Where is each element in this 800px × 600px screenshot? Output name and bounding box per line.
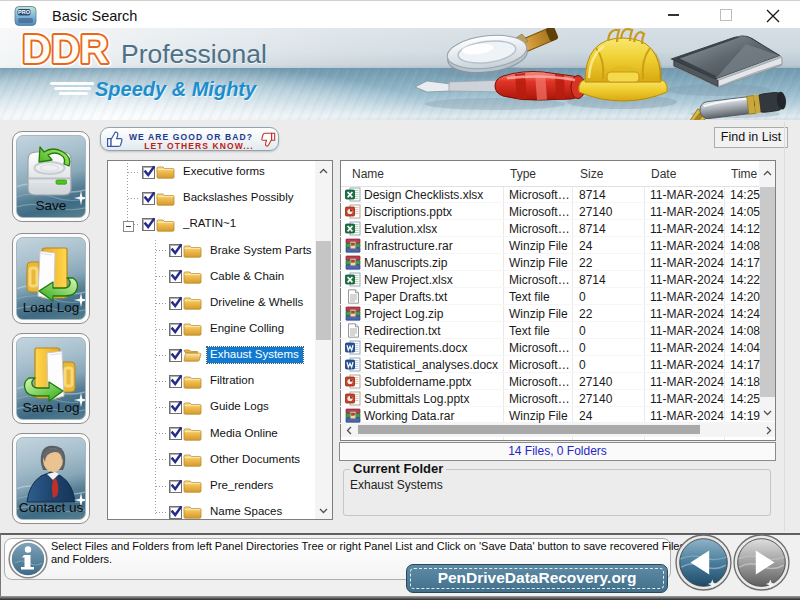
svg-text:PRO: PRO xyxy=(18,9,31,15)
svg-text:DDR: DDR xyxy=(22,28,109,71)
